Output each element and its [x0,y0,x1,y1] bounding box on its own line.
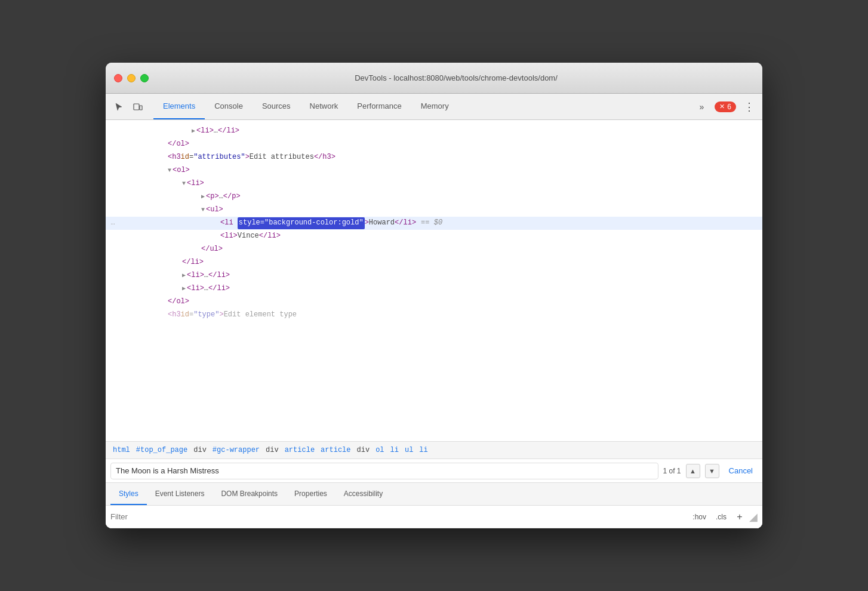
breadcrumb-div2[interactable]: div [263,445,281,455]
titlebar: DevTools - localhost:8080/web/tools/chro… [106,63,762,94]
filter-input[interactable] [110,512,687,521]
dom-line[interactable]: ▶ <li>…</li> [106,269,762,282]
bottom-tabs: Styles Event Listeners DOM Breakpoints P… [106,483,762,506]
dom-line[interactable]: ▶ <li>…</li> [106,282,762,296]
minimize-button[interactable] [127,74,136,82]
filter-bar: :hov .cls + ◢ [106,506,762,528]
triangle-icon[interactable]: ▶ [192,127,195,136]
dots: … [106,217,120,229]
more-tabs-button[interactable]: » [693,98,710,115]
cls-button[interactable]: .cls [712,512,730,522]
dom-line[interactable]: </li> [106,256,762,269]
triangle-icon[interactable]: ▶ [182,284,186,294]
dom-tree[interactable]: ▶ <li>…</li> </ol> <h3 id="attributes">E… [106,120,762,441]
device-toggle-button[interactable] [130,98,146,115]
search-next-button[interactable]: ▼ [705,464,719,478]
breadcrumb-html[interactable]: html [110,445,133,455]
error-count: 6 [727,103,731,111]
dom-line[interactable]: <li>Vince</li> [106,230,762,243]
pseudo-state-button[interactable]: :hov [689,512,710,522]
more-options-button[interactable]: ⋮ [741,98,758,115]
dom-line[interactable]: ▼ <ul> [106,204,762,217]
breadcrumb-ul[interactable]: ul [402,445,415,455]
tabbar-right: » ✕ 6 ⋮ [693,94,758,119]
triangle-icon[interactable]: ▼ [182,179,186,189]
tab-elements[interactable]: Elements [153,94,205,119]
svg-rect-1 [140,106,142,110]
error-icon: ✕ [719,103,725,110]
resize-handle[interactable]: ◢ [749,510,758,524]
dom-line[interactable]: </ul> [106,243,762,256]
breadcrumb-article1[interactable]: article [282,445,317,455]
tab-dom-breakpoints[interactable]: DOM Breakpoints [213,483,286,505]
breadcrumb-li1[interactable]: li [388,445,401,455]
tab-sources[interactable]: Sources [253,94,300,119]
triangle-icon[interactable]: ▼ [201,205,205,215]
breadcrumb-div1[interactable]: div [191,445,209,455]
tab-console[interactable]: Console [205,94,253,119]
search-prev-button[interactable]: ▲ [686,464,700,478]
dom-line[interactable]: <h3 id="type">Edit element type [106,309,762,322]
tab-styles[interactable]: Styles [110,483,147,505]
add-style-rule-button[interactable]: + [732,510,747,524]
dom-line[interactable]: </ol> [106,138,762,151]
tabbar-icons [110,94,146,119]
triangle-icon[interactable]: ▶ [201,192,205,202]
tab-memory[interactable]: Memory [411,94,458,119]
dom-line[interactable]: <h3 id="attributes">Edit attributes</h3> [106,151,762,164]
window-title: DevTools - localhost:8080/web/tools/chro… [158,73,754,82]
main-panel: ▶ <li>…</li> </ol> <h3 id="attributes">E… [106,120,762,528]
tab-network[interactable]: Network [300,94,348,119]
cursor-icon-button[interactable] [110,98,127,115]
search-cancel-button[interactable]: Cancel [724,466,758,475]
dom-line[interactable]: ▼ <ol> [106,164,762,177]
search-bar: 1 of 1 ▲ ▼ Cancel [106,459,762,483]
breadcrumb-gc-wrapper[interactable]: #gc-wrapper [210,445,262,455]
dom-line[interactable]: ▼ <li> [106,177,762,190]
breadcrumb: html #top_of_page div #gc-wrapper div ar… [106,441,762,459]
maximize-button[interactable] [140,74,149,82]
dom-line[interactable]: </ol> [106,296,762,309]
breadcrumb-ol[interactable]: ol [373,445,386,455]
attr-highlighted: style="background-color:gold" [238,217,365,229]
error-badge[interactable]: ✕ 6 [715,101,736,112]
svg-rect-0 [134,104,139,110]
breadcrumb-article2[interactable]: article [318,445,353,455]
breadcrumb-top[interactable]: #top_of_page [134,445,190,455]
triangle-icon[interactable]: ▶ [182,271,186,281]
search-count: 1 of 1 [663,467,681,475]
selected-dom-line[interactable]: … <li style="background-color:gold" > Ho… [106,217,762,230]
devtools-window: DevTools - localhost:8080/web/tools/chro… [106,63,762,528]
tab-properties[interactable]: Properties [286,483,335,505]
triangle-icon[interactable]: ▼ [168,166,171,176]
tab-accessibility[interactable]: Accessibility [335,483,391,505]
tab-event-listeners[interactable]: Event Listeners [147,483,213,505]
close-button[interactable] [114,74,122,82]
breadcrumb-li2[interactable]: li [417,445,430,455]
dom-line[interactable]: ▶ <li>…</li> [106,125,762,138]
breadcrumb-div3[interactable]: div [355,445,373,455]
search-input[interactable] [110,463,658,479]
tabbar: Elements Console Sources Network Perform… [106,94,762,120]
dom-line[interactable]: ▶ <p>…</p> [106,190,762,204]
tab-performance[interactable]: Performance [347,94,411,119]
eq-sign: == $0 [421,217,442,229]
traffic-lights [114,74,149,82]
